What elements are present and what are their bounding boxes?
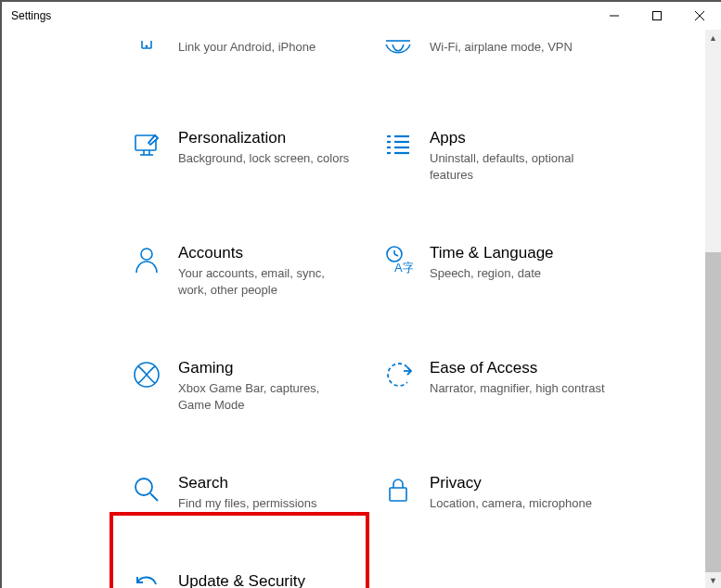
svg-point-18 [141,249,152,260]
tile-title: Privacy [430,473,592,493]
svg-line-26 [150,493,158,501]
tile-ease-of-access[interactable]: Ease of Access Narrator, magnifier, high… [383,354,629,417]
tile-desc: Link your Android, iPhone [178,39,315,56]
settings-grid: Link your Android, iPhone Wi-Fi, airplan… [2,30,702,588]
tile-desc: Speech, region, date [430,265,554,282]
lock-icon [383,475,413,505]
search-icon [132,475,161,505]
svg-point-4 [146,45,147,46]
tile-network[interactable]: Wi-Fi, airplane mode, VPN [383,33,629,72]
scrollbar-thumb[interactable] [705,252,721,572]
tile-title: Apps [430,128,606,148]
tile-apps[interactable]: Apps Uninstall, defaults, optional featu… [383,124,629,187]
tile-title: Update & Security [178,571,354,588]
tile-title: Accounts [178,243,354,263]
sync-icon [132,573,161,588]
tile-title: Search [178,473,317,493]
tile-desc: Find my files, permissions [178,495,317,512]
svg-rect-27 [390,488,406,501]
tile-title: Personalization [178,128,349,148]
minimize-button[interactable] [593,2,636,30]
paintbrush-icon [132,130,161,160]
tile-privacy[interactable]: Privacy Location, camera, microphone [383,469,629,516]
globe-icon [383,39,413,69]
maximize-button[interactable] [636,2,678,30]
svg-text:A字: A字 [394,261,413,275]
tile-search[interactable]: Search Find my files, permissions [132,469,378,516]
tile-desc: Background, lock screen, colors [178,150,349,167]
tile-desc: Your accounts, email, sync, work, other … [178,265,354,299]
tile-desc: Wi-Fi, airplane mode, VPN [430,39,573,56]
tile-title: Ease of Access [430,358,605,378]
ease-of-access-icon [383,360,413,390]
scrollbar[interactable]: ▲ ▼ [705,30,721,588]
tile-time-language[interactable]: A字 Time & Language Speech, region, date [383,239,629,302]
tile-desc: Xbox Game Bar, captures, Game Mode [178,380,354,414]
svg-line-21 [394,254,398,256]
tile-phone[interactable]: Link your Android, iPhone [132,33,378,72]
tile-title: Gaming [178,358,354,378]
tile-personalization[interactable]: Personalization Background, lock screen,… [132,124,378,187]
scroll-up-arrow[interactable]: ▲ [705,30,721,45]
tile-desc: Uninstall, defaults, optional features [430,150,606,184]
xbox-icon [132,360,161,390]
tile-gaming[interactable]: Gaming Xbox Game Bar, captures, Game Mod… [132,354,378,417]
window-title: Settings [11,9,51,22]
close-button[interactable] [678,2,721,30]
tile-desc: Location, camera, microphone [430,495,592,512]
phone-icon [132,39,161,69]
titlebar: Settings [2,2,721,30]
content-area: Link your Android, iPhone Wi-Fi, airplan… [2,30,721,588]
tile-update-security[interactable]: Update & Security Windows Update, recove… [132,568,378,588]
svg-point-25 [135,479,152,495]
tile-desc: Narrator, magnifier, high contrast [430,380,605,397]
person-icon [132,245,161,275]
svg-rect-1 [653,12,662,20]
time-language-icon: A字 [383,245,413,275]
tile-accounts[interactable]: Accounts Your accounts, email, sync, wor… [132,239,378,302]
tile-title: Time & Language [430,243,554,263]
list-icon [383,130,413,160]
scroll-down-arrow[interactable]: ▼ [705,572,721,588]
